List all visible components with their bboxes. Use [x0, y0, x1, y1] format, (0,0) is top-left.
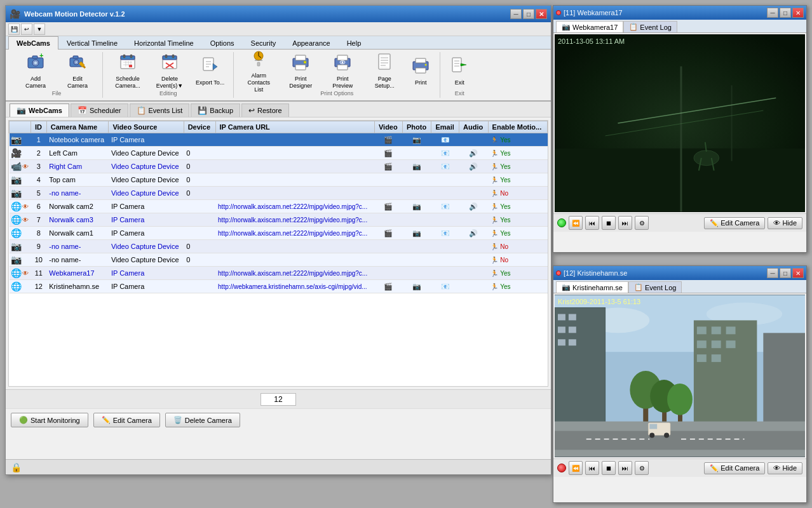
cam1-feed-tab[interactable]: 📷 Webkamera17 [556, 21, 623, 32]
cam2-edit-button[interactable]: ✏️ Edit Camera [704, 462, 765, 474]
cam2-status-dot [557, 464, 566, 472]
tab-appearance[interactable]: Appearance [284, 36, 338, 50]
cam1-ctrl-4[interactable]: ⏭ [618, 216, 632, 230]
col-motion[interactable]: Enable Motio... [488, 121, 547, 133]
svg-rect-13 [123, 55, 125, 58]
col-ip-url[interactable]: IP Camera URL [215, 121, 374, 133]
tab-vertical-timeline[interactable]: Vertical Timeline [58, 36, 126, 50]
cam1-edit-button[interactable]: ✏️ Edit Camera [704, 217, 765, 229]
tab-horizontal-timeline[interactable]: Horizontal Timeline [126, 36, 202, 50]
col-id[interactable]: ID [31, 121, 47, 133]
table-row[interactable]: 🌐 👁 6 Norwalk cam2 IP Camera http://norw… [10, 200, 548, 213]
col-email[interactable]: Email [431, 121, 459, 133]
page-setup-button[interactable]: Page Setup... [365, 53, 404, 89]
subtab-scheduler[interactable]: 📅 Scheduler [71, 104, 128, 117]
cam1-feed-tab-icon: 📷 [562, 23, 571, 31]
delete-camera-action-button[interactable]: 🗑️ Delete Camera [165, 413, 240, 427]
table-row[interactable]: 📷 4 Top cam Video Capture Device 0 🏃 Yes [10, 173, 548, 187]
table-row[interactable]: 📷 5 -no name- Video Capture Device 0 🏃 N… [10, 187, 548, 200]
cam1-eventlog-tab[interactable]: 📋 Event Log [623, 21, 677, 32]
row-ip-url: http://norwalk.axiscam.net:2222/mjpg/vid… [215, 227, 374, 240]
table-row[interactable]: 🌐 8 Norwalk cam1 IP Camera http://norwal… [10, 227, 548, 240]
cam1-minimize-btn[interactable]: ─ [767, 8, 778, 18]
table-row[interactable]: 🎥 2 Left Cam Video Capture Device 0 🎬 📧 … [10, 147, 548, 160]
row-video: 🎬 [374, 227, 402, 240]
print-preview-button[interactable]: Print Preview [323, 53, 362, 89]
svg-text:Krist2009-2011-13-5  61:13: Krist2009-2011-13-5 61:13 [558, 298, 640, 305]
cam1-ctrl-3[interactable]: ⏹ [602, 216, 616, 230]
svg-rect-89 [712, 326, 721, 334]
cam2-hide-button[interactable]: 👁 Hide [768, 462, 802, 474]
cam2-ctrl-1[interactable]: ⏪ [569, 461, 583, 475]
cam2-ctrl-4[interactable]: ⏭ [618, 461, 632, 475]
save-quick-btn[interactable]: 💾 [8, 23, 20, 35]
row-indicator: 🌐 👁 [10, 267, 31, 280]
svg-rect-20 [129, 65, 132, 67]
cam1-close-btn[interactable]: ✕ [792, 8, 804, 18]
alarm-contacts-button[interactable]: Alarm Contacts List [239, 53, 278, 89]
close-button[interactable]: ✕ [536, 9, 547, 19]
col-audio[interactable]: Audio [459, 121, 488, 133]
cam2-feed-tab[interactable]: 📷 Kristinehamn.se [556, 281, 628, 293]
cam2-ctrl-2[interactable]: ⏮ [585, 461, 599, 475]
tab-help[interactable]: Help [339, 36, 370, 50]
cam2-restore-btn[interactable]: □ [780, 268, 791, 278]
row-camera-name: Norwalk cam1 [46, 227, 109, 240]
export-button[interactable]: Export To... [192, 53, 228, 89]
subtab-webcams[interactable]: 📷 WebCams [10, 104, 69, 117]
cam1-ctrl-2[interactable]: ⏮ [585, 216, 599, 230]
start-monitoring-button[interactable]: 🟢 Start Monitoring [11, 413, 88, 427]
col-photo[interactable]: Photo [403, 121, 431, 133]
start-monitoring-icon: 🟢 [19, 416, 28, 424]
row-camera-name: Left Cam [46, 147, 109, 160]
col-video[interactable]: Video [374, 121, 402, 133]
table-row[interactable]: 🌐 👁 11 Webkamera17 IP Camera http://norw… [10, 267, 548, 280]
schedule-camera-button[interactable]: Schedule Camera... [108, 53, 147, 89]
table-row[interactable]: 📷 10 -no name- Video Capture Device 0 🏃 … [10, 253, 548, 267]
cam1-ctrl-5[interactable]: ⚙ [635, 216, 649, 230]
cam2-minimize-btn[interactable]: ─ [767, 268, 778, 278]
svg-rect-8 [73, 56, 78, 58]
cam2-ctrl-5[interactable]: ⚙ [635, 461, 649, 475]
row-id: 12 [31, 280, 47, 293]
delete-events-icon [161, 53, 179, 74]
tab-options[interactable]: Options [202, 36, 243, 50]
cam1-restore-btn[interactable]: □ [780, 8, 791, 18]
delete-events-button[interactable]: Delete Event(s)▼ [150, 53, 189, 89]
cam2-eventlog-tab[interactable]: 📋 Event Log [628, 281, 682, 293]
tab-webcams[interactable]: WebCams [8, 36, 58, 50]
col-device[interactable]: Device [184, 121, 215, 133]
print-button[interactable]: Print [407, 53, 435, 89]
col-video-source[interactable]: Video Source [109, 121, 184, 133]
cam1-ctrl-1[interactable]: ⏪ [569, 216, 583, 230]
table-row[interactable]: 📷 1 Notebook camera IP Camera 🎬 📷 📧 🏃 Ye… [10, 133, 548, 147]
svg-rect-42 [337, 55, 348, 60]
minimize-button[interactable]: ─ [510, 9, 522, 19]
add-camera-button[interactable]: + Add Camera [16, 53, 55, 89]
dropdown-quick-btn[interactable]: ▼ [34, 23, 45, 35]
row-device: 0 [184, 240, 215, 253]
subtab-events[interactable]: 📋 Events List [130, 104, 190, 117]
cam2-ctrl-3[interactable]: ⏹ [602, 461, 616, 475]
subtab-backup[interactable]: 💾 Backup [191, 104, 240, 117]
table-row[interactable]: 📷 9 -no name- Video Capture Device 0 🏃 N… [10, 240, 548, 253]
row-video-source: IP Camera [109, 133, 184, 147]
restore-button[interactable]: □ [523, 9, 534, 19]
quick-access-toolbar: 💾 ↩ ▼ [6, 22, 551, 36]
tab-security[interactable]: Security [243, 36, 285, 50]
table-row[interactable]: 🌐 👁 7 Norwalk cam3 IP Camera http://norw… [10, 213, 548, 227]
exit-button[interactable]: Exit [445, 53, 473, 89]
edit-camera-action-button[interactable]: ✏️ Edit Camera [93, 413, 160, 427]
undo-quick-btn[interactable]: ↩ [21, 23, 32, 35]
cam2-close-btn[interactable]: ✕ [792, 268, 804, 278]
row-device [184, 267, 215, 280]
subtab-restore[interactable]: ↩ Restore [241, 104, 289, 117]
col-camera-name[interactable]: Camera Name [46, 121, 109, 133]
table-row[interactable]: 🌐 12 Kristinehamn.se IP Camera http://we… [10, 280, 548, 293]
row-indicator: 📷 [10, 173, 31, 187]
table-row[interactable]: 📹 👁 3 Right Cam Video Capture Device 0 🎬… [10, 160, 548, 173]
cam1-hide-button[interactable]: 👁 Hide [768, 217, 802, 229]
edit-camera-button[interactable]: Edit Camera [58, 53, 97, 89]
print-designer-button[interactable]: Print Designer [281, 53, 320, 89]
cam1-title-dot [556, 10, 561, 15]
